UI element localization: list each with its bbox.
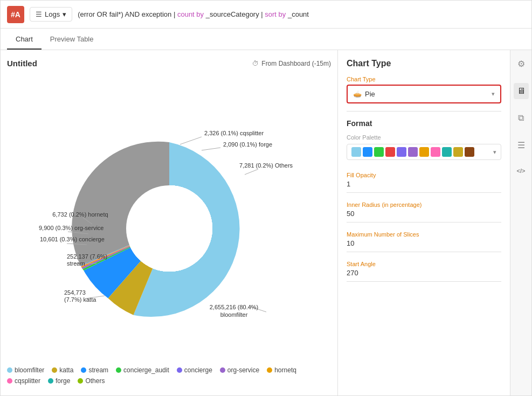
chart-type-group: Chart Type 🥧 Pie ▾ (347, 76, 501, 103)
swatch-9 (442, 147, 452, 157)
swatch-5 (397, 147, 406, 157)
query-highlight2: sort by (265, 10, 286, 18)
query-text: (error OR fail*) AND exception | count b… (78, 10, 525, 18)
label-cqsplitter: 2,326 (0.1%) cqsplitter (204, 130, 264, 136)
top-bar: #A ☰ Logs ▾ (error OR fail*) AND excepti… (1, 1, 531, 29)
select-box-inner: 🥧 Pie (353, 90, 375, 98)
legend-item-cqsplitter: cqsplitter (7, 377, 40, 385)
logs-dropdown[interactable]: ☰ Logs ▾ (30, 7, 72, 22)
donut-hole9 (126, 185, 212, 272)
legend-label-concierge: concierge (184, 366, 212, 374)
code-icon[interactable]: </> (514, 164, 529, 177)
legend-item-concierge: concierge (177, 366, 212, 374)
legend-dot-hornetq (267, 367, 272, 373)
legend-label-org-service: org-service (227, 366, 259, 374)
pie-chart-icon: 🥧 (353, 90, 362, 98)
copy-icon[interactable]: ⧉ (515, 110, 527, 126)
section-divider (347, 111, 501, 112)
logs-icon: ☰ (36, 10, 42, 18)
chart-legend: bloomfilter katta stream concierge_audit… (7, 362, 331, 387)
legend-item-others: Others (78, 377, 105, 385)
query-part2: _sourceCategory | (204, 10, 265, 18)
inner-radius-group: Inner Radius (in percentage) 50 (347, 197, 501, 223)
color-palette-group: Color Palette (347, 134, 501, 160)
legend-dot-cqsplitter (7, 378, 12, 384)
swatch-8 (431, 147, 440, 157)
tabs-bar: Chart Preview Table (1, 29, 531, 50)
query-part3: _count (286, 10, 309, 18)
format-heading: Format (347, 119, 501, 128)
dashboard-badge: ⏱ From Dashboard (-15m) (252, 60, 331, 67)
legend-item-org-service: org-service (220, 366, 259, 374)
label-orgservice: 9,900 (0.3%) org-service (39, 225, 103, 231)
label-katta2: (7.7%) katta (64, 296, 96, 303)
pie-chart-svg: 2,655,216 (80.4%) bloomfilter 254,773 (7… (34, 105, 304, 331)
label-forge: 2,090 (0.1%) forge (223, 141, 272, 148)
legend-dot-stream (81, 367, 86, 373)
label-hornetq: 6,732 (0.2%) hornetq (52, 211, 108, 218)
max-slices-value[interactable]: 10 (347, 239, 501, 247)
label-bloomfilter: 2,655,216 (80.4%) (209, 304, 258, 310)
main-content: Untitled ⏱ From Dashboard (-15m) (1, 50, 531, 395)
legend-label-cqsplitter: cqsplitter (15, 377, 40, 385)
logs-label: Logs (45, 10, 60, 18)
select-chevron-icon: ▾ (492, 91, 495, 98)
start-angle-value[interactable]: 270 (347, 269, 501, 277)
chart-type-section: Chart Type Chart Type 🥧 Pie ▾ (347, 59, 501, 103)
display-icon[interactable]: 🖥 (514, 83, 529, 99)
swatch-6 (408, 147, 418, 157)
swatch-10 (453, 147, 463, 157)
dropdown-chevron: ▾ (63, 10, 66, 18)
label-katta: 254,773 (64, 289, 86, 296)
right-panel: Chart Type Chart Type 🥧 Pie ▾ (337, 50, 510, 395)
legend-label-bloomfilter: bloomfilter (15, 366, 44, 374)
color-palette-row (351, 147, 474, 157)
legend-dot-concierge (177, 367, 182, 373)
query-part1: (error OR fail*) AND exception | (78, 10, 177, 18)
inner-radius-value[interactable]: 50 (347, 210, 501, 218)
fill-opacity-value[interactable]: 1 (347, 180, 501, 188)
gear-icon[interactable]: ⚙ (514, 55, 528, 72)
start-angle-label: Start Angle (347, 261, 501, 267)
legend-label-hornetq: hornetq (274, 366, 296, 374)
color-palette-select[interactable]: ▾ (347, 144, 501, 160)
label-line-others (245, 169, 258, 175)
legend-item-forge: forge (48, 377, 70, 385)
legend-label-concierge-audit: concierge_audit (123, 366, 169, 374)
chart-type-value: Pie (365, 90, 375, 98)
panel-content: Chart Type Chart Type 🥧 Pie ▾ (338, 50, 510, 395)
legend-label-katta: katta (59, 366, 73, 374)
legend-label-forge: forge (56, 377, 70, 385)
fill-opacity-label: Fill Opacity (347, 172, 501, 178)
swatch-3 (374, 147, 384, 157)
swatch-4 (385, 147, 395, 157)
label-line-cqsplitter (180, 137, 202, 144)
legend-dot-katta (52, 367, 57, 373)
chart-type-heading: Chart Type (347, 59, 501, 68)
label-line-forge (202, 148, 220, 150)
query-highlight1: count by (177, 10, 204, 18)
chart-type-label: Chart Type (347, 76, 501, 82)
swatch-11 (465, 147, 474, 157)
chart-area: Untitled ⏱ From Dashboard (-15m) (1, 50, 337, 395)
tab-preview-table[interactable]: Preview Table (42, 30, 102, 50)
legend-dot-bloomfilter (7, 367, 12, 373)
legend-dot-org-service (220, 367, 225, 373)
label-stream: 252,137 (7.6%) (67, 253, 107, 260)
tab-chart[interactable]: Chart (7, 30, 42, 50)
fill-opacity-group: Fill Opacity 1 (347, 168, 501, 193)
settings-sidebar: ⚙ 🖥 ⧉ ☰ </> (510, 50, 531, 395)
chart-type-select[interactable]: 🥧 Pie ▾ (347, 85, 501, 103)
label-bloomfilter2: bloomfilter (220, 311, 247, 318)
inner-radius-label: Inner Radius (in percentage) (347, 202, 501, 208)
legend-dot-others (78, 378, 83, 384)
legend-item-hornetq: hornetq (267, 366, 296, 374)
label-others: 7,281 (0.2%) Others (239, 162, 293, 169)
label-concierge: 10,601 (0.3%) concierge (40, 236, 105, 242)
color-palette-label: Color Palette (347, 134, 501, 141)
legend-item-katta: katta (52, 366, 73, 374)
list-icon[interactable]: ☰ (514, 137, 528, 154)
format-section: Format Color Palette (347, 119, 501, 282)
legend-label-others: Others (85, 377, 105, 385)
swatch-2 (363, 147, 372, 157)
